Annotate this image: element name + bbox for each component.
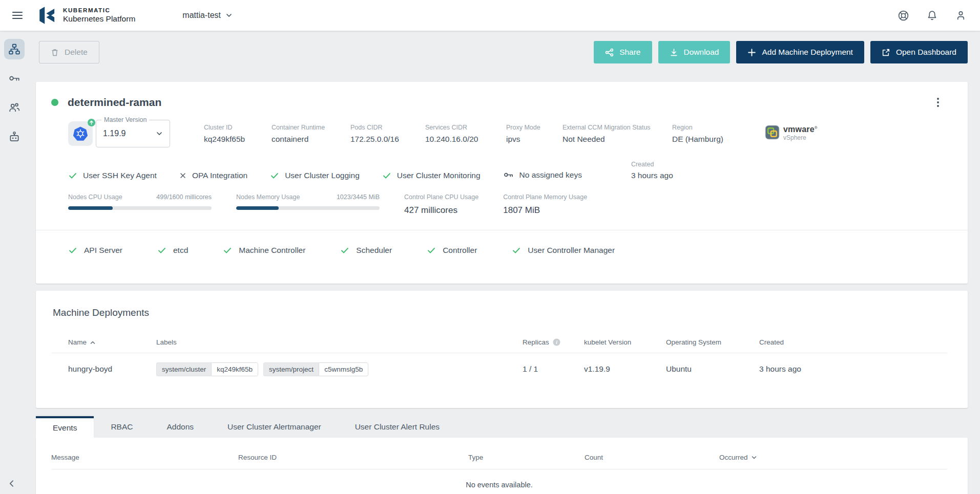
master-version-label: Master Version (101, 116, 149, 123)
sidebar-item-service-accounts[interactable] (4, 126, 25, 147)
download-icon (670, 48, 678, 57)
label-chip: system/cluster kq249kf65b (156, 362, 258, 376)
tab-rbac[interactable]: RBAC (94, 416, 150, 438)
plus-icon (747, 48, 756, 57)
label-chip: system/project c5wnmslg5b (263, 362, 368, 376)
md-labels: system/cluster kq249kf65b system/project… (156, 362, 523, 376)
column-type: Type (468, 454, 585, 461)
tab-user-cluster-alertmanager[interactable]: User Cluster Alertmanager (211, 416, 338, 438)
component-user-controller-manager: User Controller Manager (512, 246, 615, 255)
top-bar: KUBERMATIC Kubernetes Platform mattia-te… (0, 0, 980, 31)
collapse-sidebar-icon[interactable] (7, 479, 16, 488)
sort-ascending-icon (90, 340, 95, 345)
column-labels: Labels (156, 338, 523, 346)
notifications-bell-icon[interactable] (926, 10, 938, 22)
machine-deployment-row[interactable]: hungry-boyd system/cluster kq249kf65b sy… (51, 353, 947, 385)
feature-opa-integration: OPA Integration (179, 171, 247, 180)
open-dashboard-label: Open Dashboard (896, 48, 956, 57)
control-plane-cpu-usage-metric: Control Plane CPU Usage 427 millicores (404, 194, 478, 216)
cluster-actions-menu-icon[interactable] (929, 93, 947, 112)
component-controller: Controller (427, 246, 477, 255)
cluster-action-bar: Delete Share Download Add Machine Deploy… (39, 41, 968, 63)
control-plane-memory-usage-metric: Control Plane Memory Usage 1807 MiB (503, 194, 587, 216)
robot-icon (8, 131, 20, 143)
sort-descending-icon (752, 456, 757, 460)
column-occurred[interactable]: Occurred (719, 454, 947, 461)
cross-icon (179, 172, 186, 179)
master-version-value: 1.19.9 (103, 129, 126, 138)
menu-icon[interactable] (8, 6, 27, 25)
sidebar-item-ssh-keys[interactable] (4, 68, 25, 89)
nodes-cpu-progress-bar (68, 206, 212, 210)
column-kubelet-version: kubelet Version (584, 338, 666, 346)
column-resource-id: Resource ID (238, 454, 468, 461)
column-name[interactable]: Name (68, 338, 156, 346)
key-icon (8, 72, 20, 84)
user-account-icon[interactable] (955, 10, 967, 22)
tab-events[interactable]: Events (36, 416, 94, 438)
nodes-memory-progress-bar (236, 206, 380, 210)
provider-product: vSphere (783, 134, 818, 141)
component-api-server: API Server (68, 246, 122, 255)
sidebar-item-members[interactable] (4, 97, 25, 118)
external-ccm-migration-status-field: External CCM Migration Status Not Needed (562, 124, 654, 144)
column-replicas: Replicas i (523, 338, 584, 346)
column-message: Message (51, 454, 238, 461)
events-empty-message: No events available. (51, 469, 947, 489)
kubermatic-logo-icon (38, 5, 57, 26)
add-machine-deployment-button[interactable]: Add Machine Deployment (736, 41, 864, 63)
nodes-cpu-usage-metric: Nodes CPU Usage 499/1600 millicores (68, 194, 212, 216)
cluster-id-field: Cluster ID kq249kf65b (204, 124, 253, 144)
check-icon (270, 171, 279, 180)
project-selector[interactable]: mattia-test (182, 11, 233, 20)
column-created: Created (759, 338, 947, 346)
side-rail (0, 31, 29, 494)
md-created: 3 hours ago (759, 364, 947, 374)
provider-name: vmware (783, 125, 815, 134)
upgrade-available-icon (87, 118, 96, 127)
tab-user-cluster-alert-rules[interactable]: User Cluster Alert Rules (338, 416, 456, 438)
column-count: Count (585, 454, 719, 461)
region-field: Region DE (Hamburg) (672, 124, 746, 144)
share-icon (605, 48, 614, 57)
sidebar-item-clusters[interactable] (4, 39, 25, 59)
cluster-name: determined-raman (68, 96, 161, 109)
share-button[interactable]: Share (594, 41, 652, 63)
svg-text:i: i (556, 340, 557, 345)
feature-user-cluster-logging: User Cluster Logging (270, 171, 360, 180)
external-link-icon (882, 48, 890, 57)
machine-deployments-title: Machine Deployments (51, 307, 947, 318)
component-machine-controller: Machine Controller (223, 246, 305, 255)
members-icon (8, 101, 20, 114)
pods-cidr-field: Pods CIDR 172.25.0.0/16 (350, 124, 407, 144)
check-icon (68, 171, 77, 180)
container-runtime-field: Container Runtime containerd (272, 124, 332, 144)
download-button[interactable]: Download (658, 41, 731, 63)
column-operating-system: Operating System (666, 338, 759, 346)
help-icon[interactable] (898, 10, 909, 22)
control-plane-components: API Server etcd Machine Controller Sched… (51, 230, 947, 284)
cluster-status-dot (51, 99, 58, 106)
check-icon (382, 171, 391, 180)
vsphere-icon (765, 125, 780, 140)
check-icon (223, 246, 232, 255)
delete-button-label: Delete (65, 48, 88, 57)
events-table-header: Message Resource ID Type Count Occurred (51, 438, 947, 469)
kubermatic-logo: KUBERMATIC Kubernetes Platform (38, 5, 135, 26)
check-icon (427, 246, 436, 255)
kubernetes-version-icon (68, 121, 93, 146)
md-replicas: 1 / 1 (523, 364, 584, 374)
machine-deployments-table-header: Name Labels Replicas i kubelet Version O… (51, 332, 947, 353)
cluster-card: determined-raman Master Version 1.19.9 (36, 82, 968, 284)
check-icon (157, 246, 166, 255)
delete-button[interactable]: Delete (39, 41, 99, 63)
share-button-label: Share (619, 48, 640, 57)
tab-addons[interactable]: Addons (150, 416, 211, 438)
check-icon (340, 246, 349, 255)
provider-logo: vmware® vSphere (765, 125, 818, 141)
md-kubelet-version: v1.19.9 (584, 364, 666, 374)
md-name: hungry-boyd (68, 364, 156, 374)
master-version-select[interactable]: Master Version 1.19.9 (96, 120, 170, 147)
brand-subtitle: Kubernetes Platform (63, 14, 135, 24)
open-dashboard-button[interactable]: Open Dashboard (870, 41, 968, 63)
